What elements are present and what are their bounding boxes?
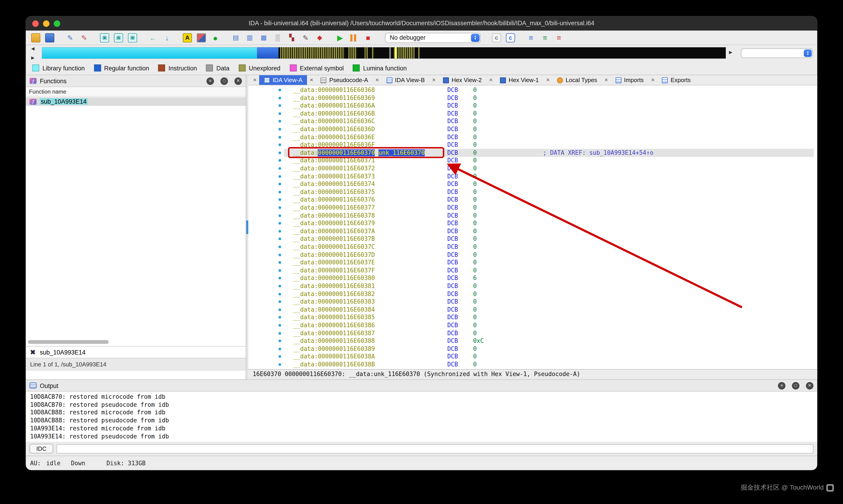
disasm-line[interactable]: __data:0000000116E6036BDCB0 (248, 110, 817, 118)
disasm-line[interactable]: __data:0000000116E60375DCB0 (248, 188, 817, 196)
idc-button[interactable]: IDC (30, 444, 53, 453)
panel-detach-icon[interactable]: □ (792, 382, 800, 389)
disasm-line[interactable]: __data:0000000116E60373DCB0 (248, 172, 817, 180)
edit-annotate-icon[interactable] (80, 33, 89, 42)
functions-column-header[interactable]: Function name (26, 87, 246, 97)
panel-close-icon[interactable]: ✕ (234, 77, 242, 85)
function-name[interactable]: sub_10A993E14 (40, 98, 88, 105)
tab-pseudocode-a[interactable]: Pseudocode-A (316, 75, 373, 85)
navband-zoom-select[interactable]: ▲▼ (741, 48, 813, 58)
lumina-icon[interactable]: ● (211, 33, 220, 42)
disasm-line[interactable]: __data:0000000116E60368DCB0 (248, 86, 817, 94)
disasm-line[interactable]: __data:0000000116E60384DCB0 (248, 306, 817, 314)
disasm-line[interactable]: __data:0000000116E60369DCB0 (248, 94, 817, 102)
segments-icon[interactable]: ▤ (231, 33, 241, 42)
disasm-line[interactable]: __data:0000000116E6036ADCB0 (248, 102, 817, 110)
disasm-line[interactable]: __data:0000000116E6038BDCB0 (248, 360, 817, 368)
quick-annotate-icon[interactable] (66, 33, 75, 42)
disasm-line[interactable]: __data:0000000116E6037EDCB0 (248, 258, 817, 267)
tab-close-icon[interactable]: ✕ (602, 75, 610, 85)
tab-imports[interactable]: Imports (611, 75, 649, 85)
disasm-line[interactable]: __data:0000000116E60381DCB0 (248, 282, 817, 290)
disasm-line[interactable]: __data:0000000116E60382DCB0 (248, 290, 817, 298)
disasm-line[interactable]: __data:0000000116E60379DCB0 (248, 219, 817, 227)
navigation-band[interactable] (42, 47, 726, 58)
tracing-icon[interactable]: ▚ (287, 33, 296, 42)
disasm-line[interactable]: __data:0000000116E6037BDCB0 (248, 235, 817, 243)
zoom-window-button[interactable] (54, 20, 60, 27)
jump-to-address-icon[interactable]: ↓ (162, 33, 172, 42)
pause-process-icon[interactable]: ▌▌ (349, 33, 358, 42)
disasm-line[interactable]: __data:0000000116E6036FDCB0 (248, 141, 817, 149)
splitter-handle-icon[interactable] (246, 220, 248, 234)
open-pseudocode-icon[interactable]: c (506, 33, 515, 42)
disasm-line[interactable]: __data:0000000116E60374DCB0 (248, 180, 817, 188)
functions-hscrollbar[interactable] (28, 340, 108, 344)
tab-close-icon[interactable]: ✕ (649, 75, 657, 85)
panel-close-icon[interactable]: ✕ (806, 382, 813, 389)
breakpoint-list-icon[interactable]: ▒ (273, 33, 282, 42)
disasm-line[interactable]: __data:0000000116E6037DDCB0 (248, 251, 817, 259)
disasm-line[interactable]: __data:0000000116E60378DCB0 (248, 211, 817, 219)
close-window-button[interactable] (32, 20, 39, 27)
disasm-line[interactable]: __data:0000000116E60383DCB0 (248, 298, 817, 306)
navigate-back-icon[interactable]: ← (148, 33, 158, 42)
clear-filter-icon[interactable]: ✖ (30, 348, 36, 356)
watches-icon[interactable]: ≡ (540, 33, 549, 42)
disasm-line[interactable]: __data:0000000116E6037CDCB0 (248, 243, 817, 251)
tab-local-types[interactable]: Local Types (552, 75, 602, 85)
tab-close-icon[interactable]: ✕ (250, 75, 259, 85)
panel-detach-icon[interactable]: □ (221, 77, 228, 85)
disasm-line[interactable]: __data:0000000116E6038ADCB0 (248, 353, 817, 361)
tab-hex-view-1[interactable]: Hex View-1 (495, 75, 544, 85)
window-search-icon[interactable] (100, 33, 109, 42)
cancel-analysis-icon[interactable]: ◆ (315, 33, 324, 42)
disassembly-view[interactable]: __data:0000000116E60368DCB0__data:000000… (248, 86, 817, 369)
problems-icon[interactable]: ≡ (554, 33, 564, 42)
enums-icon[interactable]: ▦ (259, 33, 268, 42)
disasm-line[interactable]: __data:0000000116E6036DDCB0 (248, 125, 817, 133)
disasm-line[interactable]: __data:0000000116E6036CDCB0 (248, 118, 817, 125)
tab-close-icon[interactable]: ✕ (487, 75, 495, 85)
disasm-line[interactable]: __data:0000000116E60380DCB6 (248, 274, 817, 282)
tab-close-icon[interactable]: ✕ (307, 75, 316, 85)
snapshot-icon[interactable] (197, 33, 206, 42)
functions-filter-value[interactable]: sub_10A993E14 (40, 349, 86, 355)
minimize-window-button[interactable] (43, 20, 49, 27)
disasm-line[interactable]: __data:0000000116E60387DCB0 (248, 329, 817, 337)
navband-scroll-left[interactable]: ◀▶ (31, 46, 39, 60)
idc-command-input[interactable] (56, 444, 813, 453)
disasm-line[interactable]: __data:0000000116E60386DCB0 (248, 321, 817, 329)
run-until-return-icon[interactable]: c (492, 33, 501, 42)
disasm-line[interactable]: __data:0000000116E60371DCB0 (248, 157, 817, 165)
tab-ida-view-a[interactable]: IDA View-A (259, 75, 307, 85)
patch-icon[interactable]: ✎ (301, 33, 310, 42)
tab-exports[interactable]: Exports (657, 75, 696, 85)
function-list-item[interactable]: ƒsub_10A993E14 (26, 97, 246, 106)
disasm-line[interactable]: __data:0000000116E60376DCB0 (248, 196, 817, 204)
output-log[interactable]: 10D8ACB70: restored microcode from idb10… (26, 392, 817, 442)
tab-close-icon[interactable]: ✕ (373, 75, 381, 85)
disasm-line[interactable]: __data:0000000116E60389DCB0 (248, 345, 817, 353)
disasm-line[interactable]: __data:0000000116E60385DCB0 (248, 313, 817, 322)
stop-process-icon[interactable]: ■ (364, 33, 373, 42)
open-file-icon[interactable] (31, 33, 40, 42)
disasm-line[interactable]: __data:0000000116E6037FDCB0 (248, 267, 817, 274)
window-list-icon[interactable] (114, 33, 123, 42)
tab-hex-view-2[interactable]: Hex View-2 (438, 75, 487, 85)
panel-menu-icon[interactable]: ≡ (207, 77, 214, 85)
start-process-icon[interactable]: ▶ (335, 33, 345, 42)
call-stack-icon[interactable]: ≡ (526, 33, 535, 42)
text-search-icon[interactable]: A (183, 33, 192, 42)
navband-scroll-right[interactable]: ▶ (729, 50, 732, 55)
tab-close-icon[interactable]: ✕ (544, 75, 552, 85)
debugger-select[interactable]: No debugger ▲▼ (385, 33, 481, 43)
disasm-line[interactable]: __data:0000000116E60372DCB0 (248, 164, 817, 173)
tab-close-icon[interactable]: ✕ (429, 75, 438, 85)
structures-icon[interactable]: ▥ (245, 33, 254, 42)
disasm-line[interactable]: __data:0000000116E6036EDCB0 (248, 133, 817, 141)
window-view-icon[interactable] (128, 33, 137, 42)
disasm-line[interactable]: __data:0000000116E60377DCB0 (248, 204, 817, 212)
panel-splitter[interactable] (246, 75, 248, 379)
xref-comment[interactable]: ; DATA XREF: sub_10A993E14+54↑o (543, 149, 653, 157)
